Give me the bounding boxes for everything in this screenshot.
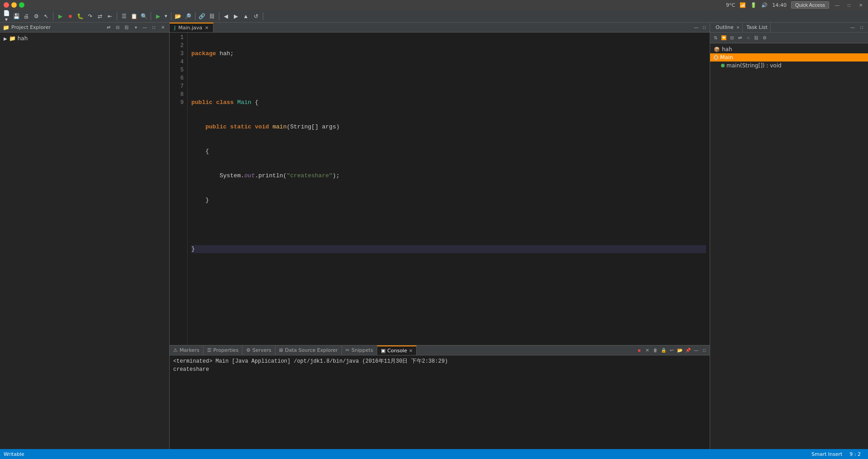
outline-collapse-icon[interactable]: ⊟: [728, 34, 735, 42]
outline-item-main[interactable]: Main: [710, 53, 868, 62]
link2-btn[interactable]: ⛓: [208, 12, 217, 21]
tab-datasource[interactable]: ⊞ Data Source Explorer: [275, 345, 342, 355]
console-tab-close[interactable]: ✕: [409, 348, 413, 353]
outline-sync-icon[interactable]: ⇄: [736, 34, 744, 42]
task-btn[interactable]: 📋: [129, 12, 138, 21]
tab-snippets[interactable]: ✂ Snippets: [342, 345, 377, 355]
quick-access-button[interactable]: Quick Access: [791, 1, 829, 9]
save-btn[interactable]: 💾: [12, 12, 21, 21]
open-file-icon[interactable]: 📂: [676, 347, 683, 354]
stepover-btn[interactable]: ⇄: [95, 12, 104, 21]
scroll-lock-icon[interactable]: 🔒: [660, 347, 667, 354]
circle-icon[interactable]: ○: [745, 34, 752, 42]
close-button[interactable]: [4, 2, 9, 8]
open-btn[interactable]: 📂: [174, 12, 183, 21]
step-btn[interactable]: ↷: [85, 12, 95, 21]
line-num-4: 4: [170, 58, 184, 66]
stepreturn-btn[interactable]: ⇤: [105, 12, 114, 21]
sep6: [219, 12, 219, 20]
code-content[interactable]: package hah; public class Main { public …: [188, 33, 710, 345]
maximize-button[interactable]: [19, 2, 24, 8]
console-maximize-icon[interactable]: □: [701, 347, 708, 354]
nav-refresh[interactable]: ↺: [251, 12, 261, 21]
tab-properties[interactable]: ☰ Properties: [204, 345, 242, 355]
outline-tab-close[interactable]: ✕: [736, 25, 740, 30]
outline-content: 📦 hah Main main(String[]) : void: [710, 43, 868, 449]
collapse-icon[interactable]: ⊟: [114, 24, 121, 31]
line-num-9: 9: [170, 99, 184, 107]
outline-tab-label: Outline: [716, 24, 734, 30]
outline-minimize-icon[interactable]: —: [849, 24, 856, 31]
battery-icon: 🔋: [750, 2, 757, 8]
outline-link-icon[interactable]: ⛓: [753, 34, 760, 42]
network-icon: 📶: [740, 2, 746, 8]
outline-tab[interactable]: Outline ✕: [713, 23, 743, 33]
tab-console[interactable]: ▣ Console ✕: [377, 345, 417, 355]
sort-icon[interactable]: ⇅: [712, 34, 719, 42]
outline-settings-icon[interactable]: ⚙: [761, 34, 768, 42]
code-line-8: [191, 221, 706, 229]
minimize-button[interactable]: [11, 2, 17, 8]
main-java-tab[interactable]: J Main.java ✕: [170, 23, 213, 32]
console-output: createshare: [173, 365, 706, 374]
code-line-3: public class Main {: [191, 99, 706, 107]
outline-item-main-method[interactable]: main(String[]) : void: [710, 62, 868, 70]
nav-back[interactable]: ◀: [222, 12, 231, 21]
filter-icon[interactable]: 🔽: [720, 34, 727, 42]
word-wrap-icon[interactable]: ↩: [668, 347, 675, 354]
minimize-window-icon[interactable]: —: [834, 1, 841, 9]
nav-up[interactable]: ▲: [242, 12, 251, 21]
clear-console-icon[interactable]: 🗑: [652, 347, 659, 354]
open-task-btn[interactable]: ☰: [119, 12, 128, 21]
close-panel-icon[interactable]: ✕: [159, 24, 166, 31]
sep5: [195, 12, 195, 20]
file-menu[interactable]: 📄▾: [2, 12, 11, 21]
temperature: 9°C: [726, 2, 735, 8]
task-list-tab[interactable]: Task List: [744, 23, 770, 33]
outline-panel: Outline ✕ Task List — □ ⇅ 🔽 ⊟ ⇄ ○ ⛓ ⚙ 📦 …: [710, 23, 868, 449]
outline-maximize-icon[interactable]: □: [858, 24, 865, 31]
run2-btn[interactable]: ▶: [153, 12, 162, 21]
tree-item-hah[interactable]: ▶ 📁 hah: [0, 34, 169, 43]
console-content: <terminated> Main [Java Application] /op…: [170, 355, 710, 449]
tab-servers[interactable]: ⚙ Servers: [242, 345, 275, 355]
minimize-panel-icon[interactable]: —: [141, 24, 148, 31]
sep3: [151, 12, 151, 20]
outline-toolbar: ⇅ 🔽 ⊟ ⇄ ○ ⛓ ⚙: [710, 33, 868, 43]
outline-item-hah[interactable]: 📦 hah: [710, 45, 868, 53]
run-dropdown[interactable]: ▾: [163, 12, 169, 21]
close-console-icon[interactable]: ✕: [644, 347, 651, 354]
code-editor[interactable]: 1 2 3 4 5 6 7 8 9 package hah; public cl…: [170, 33, 710, 345]
editor-minimize-icon[interactable]: —: [693, 24, 700, 31]
window-controls[interactable]: [4, 2, 24, 8]
link-btn[interactable]: 🔗: [198, 12, 207, 21]
console-tab-controls: ■ ✕ 🗑 🔒 ↩ 📂 📌 — □: [634, 347, 710, 354]
console-panel: ⚠ Markers ☰ Properties ⚙ Servers ⊞ Data …: [170, 345, 710, 449]
properties-btn[interactable]: ⚙: [32, 12, 41, 21]
maximize-panel-icon[interactable]: □: [150, 24, 157, 31]
tab-label: Main.java: [178, 25, 202, 31]
main-area: 📁 Project Explorer ⇄ ⊟ ⛓ ▾ — □ ✕ ▶ 📁 hah: [0, 23, 868, 449]
stop-btn[interactable]: ■: [66, 12, 75, 21]
tab-markers[interactable]: ⚠ Markers: [170, 345, 204, 355]
pin-icon[interactable]: 📌: [684, 347, 692, 354]
console-minimize-icon[interactable]: —: [693, 347, 700, 354]
sep2: [117, 12, 117, 20]
print-btn[interactable]: 🖨: [22, 12, 31, 21]
sync-icon[interactable]: ⇄: [105, 24, 112, 31]
tab-close-icon[interactable]: ✕: [205, 25, 209, 30]
stop-console-icon[interactable]: ■: [636, 347, 643, 354]
nav-forward[interactable]: ▶: [232, 12, 241, 21]
close-window-icon[interactable]: ✕: [857, 1, 864, 9]
explore-btn[interactable]: 🔎: [184, 12, 193, 21]
editor-maximize-icon[interactable]: □: [701, 24, 708, 31]
search-btn[interactable]: 🔍: [139, 12, 148, 21]
folder-icon: 📁: [3, 24, 9, 31]
cursor-btn[interactable]: ↖: [42, 12, 51, 21]
resize-window-icon[interactable]: □: [845, 1, 853, 9]
link-icon[interactable]: ⛓: [123, 24, 130, 31]
debug-btn[interactable]: 🐛: [76, 12, 85, 21]
line-num-3: 3: [170, 50, 184, 58]
run-btn[interactable]: ▶: [56, 12, 65, 21]
menu-icon[interactable]: ▾: [132, 24, 139, 31]
